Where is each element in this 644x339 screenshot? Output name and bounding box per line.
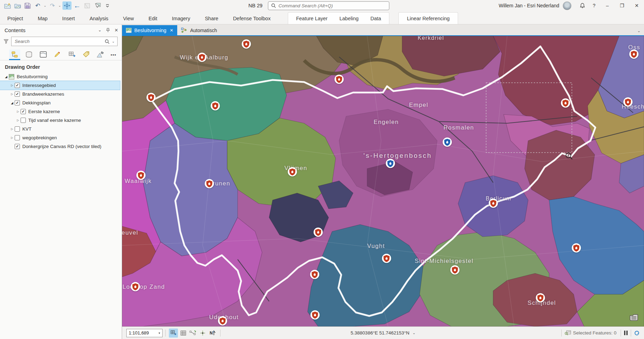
ribbon-tab-data[interactable]: Data: [365, 13, 387, 24]
customize-qat-button[interactable]: [103, 1, 112, 10]
expander-icon[interactable]: ◢: [9, 101, 15, 105]
expander-icon[interactable]: ▷: [9, 127, 15, 131]
signed-in-user[interactable]: Willem Jan - Esri Nederland: [499, 3, 560, 8]
contents-search-box[interactable]: ⌄: [11, 37, 118, 46]
list-by-data-source-button[interactable]: [23, 50, 35, 60]
ribbon-tab-map[interactable]: Map: [30, 13, 55, 24]
open-project-button[interactable]: [13, 1, 22, 10]
select-tool-button[interactable]: [93, 1, 102, 10]
ribbon-tab-share[interactable]: Share: [197, 13, 226, 24]
layer-checkbox-checked[interactable]: ✓: [15, 91, 20, 97]
search-options-chevron-icon[interactable]: ⌄: [112, 39, 115, 43]
layer-checkbox-unchecked[interactable]: [15, 135, 20, 140]
undo-dropdown[interactable]: ⌄: [43, 4, 47, 7]
restore-button[interactable]: ❐: [615, 0, 629, 11]
list-by-labeling-button[interactable]: [81, 50, 92, 60]
layer-item-donkergrijze-canvas-rd-vector-tiled[interactable]: ✓Donkergrijze Canvas RD (vector tiled): [0, 142, 120, 151]
list-by-editing-button[interactable]: [52, 50, 63, 60]
layer-item-interessegebied[interactable]: ▷✓Interessegebied: [0, 81, 120, 90]
map-pane-button[interactable]: [83, 1, 92, 10]
view-tab-besluitvorming[interactable]: Besluitvorming ✕: [122, 25, 177, 35]
model-builder-icon: [181, 28, 187, 33]
contents-search-input[interactable]: [15, 39, 105, 44]
grid-toggle-button[interactable]: [179, 329, 188, 338]
filter-icon[interactable]: [3, 39, 9, 44]
edit-vertices-button[interactable]: [188, 329, 197, 338]
layer-checkbox-checked[interactable]: ✓: [15, 144, 20, 149]
pause-drawing-icon[interactable]: [624, 330, 628, 336]
project-title: NB 29: [248, 3, 262, 8]
svg-text:N: N: [210, 331, 213, 336]
crosshair-button[interactable]: [198, 329, 207, 338]
layer-checkbox-checked[interactable]: ✓: [15, 83, 20, 88]
undo-button[interactable]: ↶: [33, 1, 42, 10]
place-label-s-hertogenbosch: 's-Hertogenbosch: [364, 152, 432, 160]
scale-dropdown[interactable]: 1:101,689 ▾: [126, 329, 163, 337]
explore-tool-button[interactable]: [62, 1, 72, 10]
pin-icon[interactable]: [106, 28, 110, 32]
expander-icon[interactable]: ◢: [3, 75, 9, 79]
redo-dropdown[interactable]: ⌄: [58, 4, 61, 7]
expander-icon[interactable]: ▷: [15, 119, 21, 122]
expander-icon[interactable]: ▷: [9, 84, 15, 87]
view-tabs-overflow-chevron-icon[interactable]: ⌄: [637, 29, 644, 35]
ribbon-tab-feature-layer[interactable]: Feature Layer: [290, 13, 334, 24]
panel-close-icon[interactable]: ✕: [114, 28, 118, 33]
close-button[interactable]: ✕: [629, 0, 644, 11]
command-search-input[interactable]: [278, 3, 386, 8]
ribbon-tab-edit[interactable]: Edit: [141, 13, 165, 24]
ribbon-tab-row: ProjectMapInsertAnalysisViewEditImageryS…: [0, 11, 644, 24]
panel-menu-chevron-icon[interactable]: ⌄: [98, 28, 102, 32]
command-search[interactable]: [268, 1, 389, 10]
close-view-icon[interactable]: ✕: [170, 28, 173, 33]
help-button[interactable]: ?: [588, 0, 600, 11]
ribbon-tab-defense-toolbox[interactable]: Defense Toolbox: [226, 13, 278, 24]
refresh-icon[interactable]: [634, 330, 640, 336]
expander-icon[interactable]: ▷: [9, 136, 15, 139]
ribbon-tab-imagery[interactable]: Imagery: [165, 13, 197, 24]
redo-button[interactable]: ↷: [48, 1, 57, 10]
layer-item-eerste-kazerne[interactable]: ▷✓Eerste kazerne: [0, 107, 120, 116]
data-source-cylinder-icon: [25, 51, 33, 58]
ribbon-tab-project[interactable]: Project: [0, 13, 30, 24]
user-avatar[interactable]: [563, 1, 571, 10]
list-by-selection-button[interactable]: [38, 50, 49, 60]
ribbon-tab-analysis[interactable]: Analysis: [82, 13, 116, 24]
layer-item-brandweerkazernes[interactable]: ▷✓Brandweerkazernes: [0, 90, 120, 98]
ribbon-tab-view[interactable]: View: [116, 13, 141, 24]
list-by-snapping-button[interactable]: [66, 50, 77, 60]
layer-checkbox-unchecked[interactable]: [15, 126, 20, 132]
layer-item-wegopbrekingen[interactable]: ▷wegopbrekingen: [0, 133, 120, 142]
snapping-toggle-button[interactable]: [169, 329, 178, 338]
layer-item-besluitvorming[interactable]: ◢Besluitvorming: [0, 72, 120, 81]
selected-features-count[interactable]: Selected Features: 0: [573, 330, 616, 336]
new-project-button[interactable]: [3, 1, 12, 10]
notifications-button[interactable]: [576, 0, 588, 11]
map-overflow-button[interactable]: [629, 314, 638, 322]
back-button[interactable]: ←: [73, 1, 82, 10]
minimize-button[interactable]: –: [600, 0, 615, 11]
view-tab-automatisch[interactable]: Automatisch: [177, 25, 221, 35]
layer-checkbox-checked[interactable]: ✓: [15, 100, 20, 105]
ribbon-tab-labeling[interactable]: Labeling: [334, 13, 365, 24]
drawer-panel-icon: [629, 314, 638, 321]
expander-icon[interactable]: ▷: [15, 110, 21, 113]
contents-panel-header: Contents ⌄ ✕: [0, 24, 122, 36]
list-by-drawing-order-button[interactable]: [9, 50, 20, 60]
layer-checkbox-unchecked[interactable]: [21, 118, 26, 123]
expander-icon[interactable]: ▷: [9, 93, 15, 96]
layer-item-tijd-vanaf-eerste-kazerne[interactable]: ▷Tijd vanaf eerste kazerne: [0, 116, 120, 125]
coordinates-readout[interactable]: 5.3880386°E 51.7462153°N ⌄: [351, 330, 415, 336]
map-canvas[interactable]: KerkdrielOssWijk en AalburgEmpelEngelenR…: [122, 36, 644, 326]
layer-item-dekkingsplan[interactable]: ◢✓Dekkingsplan: [0, 98, 120, 107]
contents-more-button[interactable]: •••: [109, 52, 118, 58]
ribbon-tab-linear-referencing[interactable]: Linear Referencing: [401, 13, 456, 24]
north-arrow-button[interactable]: N: [208, 329, 217, 338]
list-by-perspective-button[interactable]: [95, 50, 106, 60]
selected-features-icon[interactable]: [564, 330, 571, 336]
map-labels-layer: KerkdrielOssWijk en AalburgEmpelEngelenR…: [122, 36, 644, 326]
layer-item-kvt[interactable]: ▷KVT: [0, 125, 120, 133]
save-project-button[interactable]: [23, 1, 32, 10]
layer-checkbox-checked[interactable]: ✓: [21, 109, 26, 114]
ribbon-tab-insert[interactable]: Insert: [55, 13, 82, 24]
